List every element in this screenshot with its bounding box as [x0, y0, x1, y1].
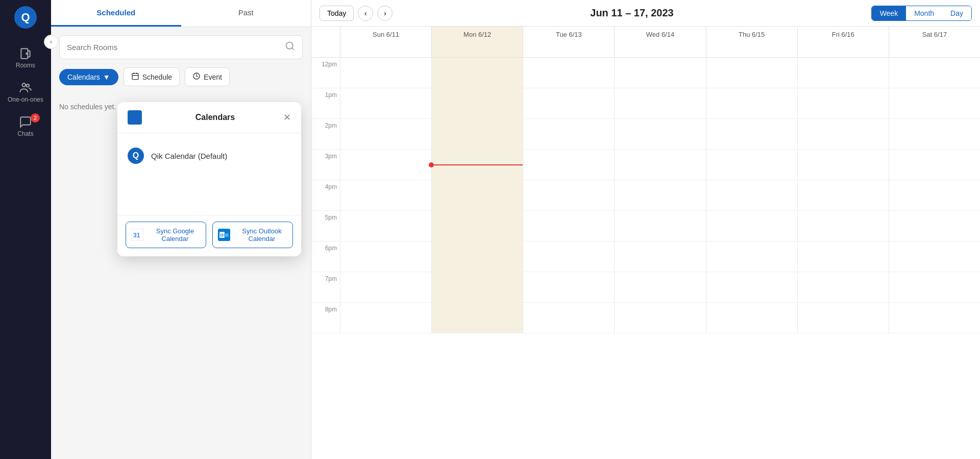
today-button[interactable]: Today [320, 6, 354, 21]
calendars-button[interactable]: Calendars ▼ [59, 69, 118, 85]
time-cell-4-4pm[interactable] [706, 180, 797, 211]
sidebar-nav: Rooms One-on-ones 2 Chats [0, 36, 51, 143]
time-cell-3-4pm[interactable] [614, 180, 705, 211]
time-cell-6-1pm[interactable] [889, 88, 980, 119]
tab-scheduled[interactable]: Scheduled [51, 0, 181, 27]
time-cell-6-7pm[interactable] [889, 272, 980, 303]
time-cell-0-1pm[interactable] [340, 88, 431, 119]
time-cell-0-2pm[interactable] [340, 119, 431, 150]
time-cell-2-7pm[interactable] [523, 272, 614, 303]
sync-google-button[interactable]: 31 Sync Google Calendar [126, 222, 206, 248]
calendar-item-name: Qik Calendar (Default) [151, 152, 227, 160]
calendar-title: Jun 11 – 17, 2023 [393, 7, 871, 19]
day-header-mon: Mon 6/12 [431, 27, 523, 57]
time-cell-3-5pm[interactable] [614, 211, 705, 241]
time-cell-1-7pm[interactable] [431, 272, 523, 303]
time-grid[interactable]: 12pm1pm2pm3pm4pm5pm6pm7pm8pm [311, 58, 980, 459]
time-cell-3-3pm[interactable] [614, 150, 705, 180]
next-btn[interactable]: › [377, 6, 393, 21]
search-icon [285, 41, 295, 54]
time-cell-5-4pm[interactable] [797, 180, 889, 211]
cal-nav-left: Today ‹ › [320, 6, 393, 21]
calendars-popup: Calendars ✕ Q Qik Calendar (Default) 31 … [117, 102, 301, 256]
time-cell-5-5pm[interactable] [797, 211, 889, 241]
calendar-header: Today ‹ › Jun 11 – 17, 2023 Week Month D… [311, 0, 980, 27]
time-cell-0-3pm[interactable] [340, 150, 431, 180]
time-cell-6-8pm[interactable] [889, 303, 980, 333]
back-arrow-btn[interactable]: ‹ [44, 35, 58, 49]
view-day-btn[interactable]: Day [942, 6, 971, 20]
time-cell-1-5pm[interactable] [431, 211, 523, 241]
time-cell-4-5pm[interactable] [706, 211, 797, 241]
time-cell-5-7pm[interactable] [797, 272, 889, 303]
time-cell-3-12pm[interactable] [614, 58, 705, 88]
time-cell-6-5pm[interactable] [889, 211, 980, 241]
svg-point-4 [286, 42, 293, 49]
popup-close-button[interactable]: ✕ [283, 113, 291, 122]
time-cell-3-8pm[interactable] [614, 303, 705, 333]
time-cell-0-4pm[interactable] [340, 180, 431, 211]
time-cell-3-2pm[interactable] [614, 119, 705, 150]
sidebar-item-chats[interactable]: 2 Chats [0, 109, 51, 143]
time-cell-6-3pm[interactable] [889, 150, 980, 180]
day-header-tue: Tue 6/13 [523, 27, 614, 57]
time-cell-5-2pm[interactable] [797, 119, 889, 150]
time-cell-0-8pm[interactable] [340, 303, 431, 333]
time-cell-2-8pm[interactable] [523, 303, 614, 333]
event-button[interactable]: Event [185, 67, 230, 86]
view-week-btn[interactable]: Week [872, 6, 906, 20]
time-cell-1-6pm[interactable] [431, 241, 523, 272]
time-cell-1-3pm[interactable] [431, 150, 523, 180]
sidebar-item-one-on-ones[interactable]: One-on-ones [0, 75, 51, 109]
time-cell-6-4pm[interactable] [889, 180, 980, 211]
day-header-fri: Fri 6/16 [797, 27, 889, 57]
time-cell-0-5pm[interactable] [340, 211, 431, 241]
time-cell-1-2pm[interactable] [431, 119, 523, 150]
time-cell-4-6pm[interactable] [706, 241, 797, 272]
time-cell-6-2pm[interactable] [889, 119, 980, 150]
time-cell-2-12pm[interactable] [523, 58, 614, 88]
time-cell-2-6pm[interactable] [523, 241, 614, 272]
time-cell-0-7pm[interactable] [340, 272, 431, 303]
time-cell-5-8pm[interactable] [797, 303, 889, 333]
time-cell-4-2pm[interactable] [706, 119, 797, 150]
time-cell-2-4pm[interactable] [523, 180, 614, 211]
time-label-6pm: 6pm [311, 241, 340, 272]
prev-btn[interactable]: ‹ [358, 6, 373, 21]
time-cell-0-6pm[interactable] [340, 241, 431, 272]
time-cell-2-3pm[interactable] [523, 150, 614, 180]
time-cell-4-3pm[interactable] [706, 150, 797, 180]
time-cell-2-1pm[interactable] [523, 88, 614, 119]
time-cell-4-8pm[interactable] [706, 303, 797, 333]
time-cell-5-3pm[interactable] [797, 150, 889, 180]
svg-text:31: 31 [133, 232, 140, 239]
time-cell-1-8pm[interactable] [431, 303, 523, 333]
time-cell-2-2pm[interactable] [523, 119, 614, 150]
time-cell-6-12pm[interactable] [889, 58, 980, 88]
time-cell-1-12pm[interactable] [431, 58, 523, 88]
tab-past[interactable]: Past [181, 0, 311, 27]
time-cell-4-1pm[interactable] [706, 88, 797, 119]
time-cell-5-6pm[interactable] [797, 241, 889, 272]
time-label-4pm: 4pm [311, 180, 340, 211]
time-cell-4-12pm[interactable] [706, 58, 797, 88]
time-cell-5-1pm[interactable] [797, 88, 889, 119]
time-cell-3-6pm[interactable] [614, 241, 705, 272]
schedule-button[interactable]: Schedule [124, 67, 180, 86]
time-cell-5-12pm[interactable] [797, 58, 889, 88]
popup-color-box [128, 110, 142, 125]
calendar-area: Today ‹ › Jun 11 – 17, 2023 Week Month D… [311, 0, 980, 459]
search-input[interactable] [67, 43, 285, 52]
time-cell-3-1pm[interactable] [614, 88, 705, 119]
time-cell-1-4pm[interactable] [431, 180, 523, 211]
sync-outlook-button[interactable]: O Sync Outlook Calendar [212, 222, 293, 248]
time-cell-1-1pm[interactable] [431, 88, 523, 119]
time-cell-0-12pm[interactable] [340, 58, 431, 88]
time-rows: 12pm1pm2pm3pm4pm5pm6pm7pm8pm [311, 58, 980, 333]
time-cell-4-7pm[interactable] [706, 272, 797, 303]
sidebar-item-rooms[interactable]: Rooms [0, 41, 51, 75]
time-cell-2-5pm[interactable] [523, 211, 614, 241]
time-cell-6-6pm[interactable] [889, 241, 980, 272]
view-month-btn[interactable]: Month [906, 6, 942, 20]
time-cell-3-7pm[interactable] [614, 272, 705, 303]
